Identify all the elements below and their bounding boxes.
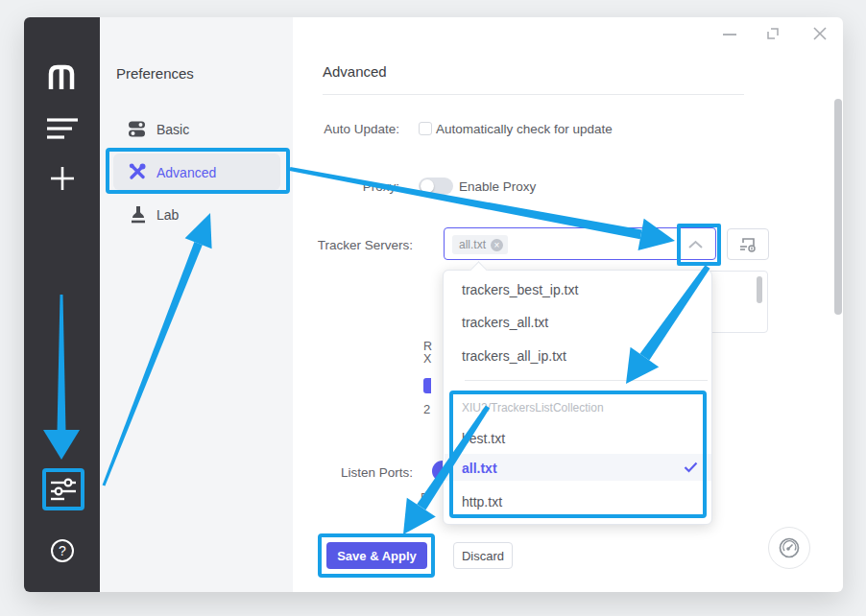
page-title: Advanced (323, 63, 387, 80)
preferences-panel: Preferences Basic Advanced (100, 17, 293, 592)
dropdown-option[interactable]: trackers_all.txt (462, 315, 548, 330)
task-list-icon[interactable] (46, 116, 79, 141)
auto-update-option-label: Automatically check for update (436, 122, 613, 136)
gauge-icon (777, 535, 802, 560)
clipped-text-fragment: X (423, 352, 431, 366)
auto-update-label: Auto Update: (314, 122, 399, 136)
motrix-logo-icon (46, 62, 77, 93)
speed-limit-button[interactable] (768, 527, 810, 569)
listen-ports-label: Listen Ports: (288, 465, 413, 480)
tag-remove-icon[interactable]: × (491, 239, 503, 251)
dropdown-divider (465, 380, 708, 381)
minimize-icon[interactable] (722, 27, 737, 40)
sidebar-item-lab[interactable]: Lab (156, 207, 179, 223)
sidebar-item-basic[interactable]: Basic (156, 122, 189, 137)
discard-button[interactable]: Discard (453, 542, 513, 569)
annotation-box-settings (42, 468, 84, 510)
title-divider (323, 94, 744, 95)
help-icon[interactable]: ? (51, 539, 74, 562)
close-icon[interactable] (812, 26, 828, 41)
textarea-scrollbar[interactable] (757, 276, 762, 303)
tag-label: all.txt (459, 238, 486, 251)
panel-title: Preferences (116, 65, 194, 82)
clipped-text-fragment: R (423, 340, 432, 353)
proxy-toggle[interactable] (419, 178, 453, 195)
lab-icon (130, 205, 147, 224)
nav-sidebar: ? (24, 17, 100, 592)
clipped-text-fragment: 2 (423, 402, 430, 416)
toggle-knob (421, 179, 434, 193)
dropdown-option[interactable]: trackers_all_ip.txt (462, 348, 566, 364)
annotation-box-save (318, 533, 435, 578)
basic-icon (128, 120, 146, 138)
sync-trackers-button[interactable] (727, 228, 769, 260)
annotation-box-dropdown-group (449, 391, 707, 518)
clipped-text-fragment: E (421, 490, 429, 505)
tracker-servers-select[interactable]: all.txt × (444, 227, 716, 260)
screenshot-canvas: ? Preferences Basic Advanced (0, 0, 866, 616)
annotation-box-chevron (677, 224, 721, 266)
maximize-icon[interactable] (765, 26, 781, 41)
dropdown-option[interactable]: trackers_best_ip.txt (462, 282, 578, 297)
clipped-button-fragment (423, 378, 431, 393)
window-scrollbar[interactable] (834, 99, 842, 315)
selected-tracker-tag: all.txt × (452, 235, 508, 254)
proxy-label: Proxy: (314, 179, 399, 194)
add-task-icon[interactable] (50, 166, 75, 191)
proxy-option-label: Enable Proxy (459, 179, 536, 194)
auto-update-checkbox[interactable] (419, 122, 432, 135)
annotation-box-advanced (106, 148, 290, 194)
tracker-servers-label: Tracker Servers: (288, 238, 413, 252)
